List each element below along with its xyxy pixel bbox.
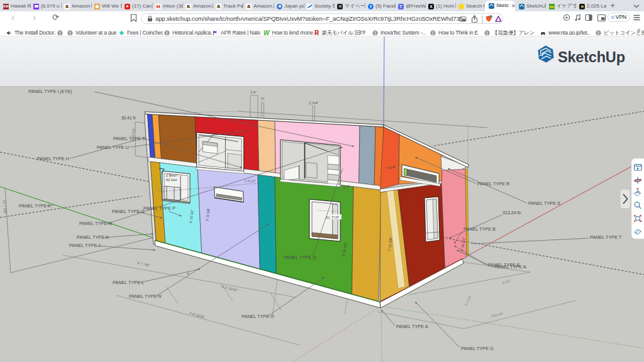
svg-text:PANEL TYPE N: PANEL TYPE N xyxy=(129,293,161,299)
svg-text:30.41 ft: 30.41 ft xyxy=(121,116,136,120)
svg-text:PANEL TYPE U: PANEL TYPE U xyxy=(97,145,129,150)
svg-text:2 Bed f: 2 Bed f xyxy=(166,173,178,177)
svg-text:PANEL TYPE T: PANEL TYPE T xyxy=(590,234,622,240)
svg-text:1'-6 1/2": 1'-6 1/2" xyxy=(245,180,256,183)
svg-text:ft2 stor: ft2 stor xyxy=(166,178,177,182)
svg-text:PANEL TYPE H: PANEL TYPE H xyxy=(37,156,69,162)
svg-text:PANEL TYPE K: PANEL TYPE K xyxy=(19,203,51,209)
svg-text:PANEL TYPE A: PANEL TYPE A xyxy=(77,234,109,240)
svg-text:1: 1 xyxy=(491,16,492,18)
svg-text:2 3/4": 2 3/4" xyxy=(309,101,318,105)
svg-text:EL TYP: EL TYP xyxy=(326,215,339,219)
svg-text:PANEL TYPE A: PANEL TYPE A xyxy=(396,324,428,329)
svg-text:PANEL TYPE G: PANEL TYPE G xyxy=(112,209,145,214)
svg-text:PANEL TYPE Q: PANEL TYPE Q xyxy=(284,255,316,260)
svg-text:PANEL TYPE M: PANEL TYPE M xyxy=(79,221,112,226)
svg-text:SketchUp: SketchUp xyxy=(558,49,625,65)
svg-text:PANEL TYPE R: PANEL TYPE R xyxy=(477,181,509,187)
svg-text:PANEL TYPE G: PANEL TYPE G xyxy=(461,346,494,351)
svg-text:5": 5" xyxy=(261,97,264,101)
svg-text:PANEL TYPE A: PANEL TYPE A xyxy=(494,264,526,270)
svg-text:1'4": 1'4" xyxy=(250,90,257,94)
svg-text:PANEL TYPE J: PANEL TYPE J xyxy=(69,243,101,248)
svg-text:PANEL TYPE I (EYE): PANEL TYPE I (EYE) xyxy=(28,89,72,94)
svg-text:313.24 ft²: 313.24 ft² xyxy=(502,211,521,215)
svg-text:PANEL TYPE B: PANEL TYPE B xyxy=(464,226,496,232)
svg-text:PANEL TYPE O: PANEL TYPE O xyxy=(242,314,274,319)
svg-text:PANEL TYPE S: PANEL TYPE S xyxy=(528,200,560,206)
